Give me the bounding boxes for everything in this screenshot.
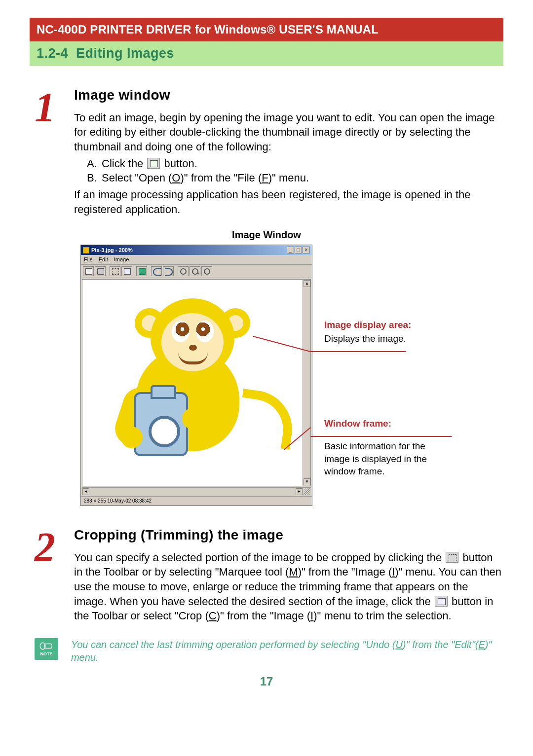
page-number: 17 <box>30 674 503 689</box>
toolbar-marquee-icon[interactable] <box>110 266 120 276</box>
option-b-marker: B. <box>87 171 102 185</box>
step2-title: Cropping (Trimming) the image <box>74 526 503 544</box>
size-grip-icon[interactable] <box>304 488 310 495</box>
note-block: NOTE You can cancel the last trimming op… <box>35 638 503 664</box>
step2-body: You can specify a selected portion of th… <box>74 550 503 623</box>
toolbar-open-icon[interactable] <box>83 266 94 276</box>
step-number-1: 1 <box>35 91 74 124</box>
scroll-down-icon[interactable]: ▼ <box>304 478 310 485</box>
vertical-scrollbar[interactable]: ▲ ▼ <box>303 280 310 486</box>
toolbar-zoom-out-icon[interactable] <box>201 266 212 276</box>
marquee-icon <box>446 552 458 563</box>
toolbar-save-icon[interactable] <box>136 266 147 276</box>
crop-icon <box>435 596 448 607</box>
toolbar-rotate-left-icon[interactable] <box>151 266 162 276</box>
callout-line-icon <box>310 436 452 437</box>
note-label: NOTE <box>40 651 52 657</box>
scroll-up-icon[interactable]: ▲ <box>304 280 310 287</box>
menu-file[interactable]: File <box>84 256 93 263</box>
window-title: Pix-3.jpg - 200% <box>91 247 287 254</box>
status-bar: 283 × 255 10-May-02 08:38:42 <box>81 496 312 505</box>
toolbar-print-icon[interactable] <box>95 266 106 276</box>
minimize-button[interactable]: _ <box>287 247 294 253</box>
callout-1-body: Displays the image. <box>324 332 411 345</box>
toolbar-zoom-icon[interactable] <box>178 266 189 276</box>
section-number: 1.2-4 <box>37 46 68 61</box>
step-2: 2 Cropping (Trimming) the image You can … <box>35 526 503 623</box>
image-display-area[interactable]: ▲ ▼ <box>82 279 311 486</box>
toolbar-zoom-in-icon[interactable] <box>190 266 200 276</box>
toolbar-crop-icon[interactable] <box>121 266 132 276</box>
app-icon <box>83 247 89 253</box>
section-title: Editing Images <box>76 46 174 61</box>
toolbar <box>81 265 312 278</box>
manual-header: NC-400D PRINTER DRIVER for Windows® USER… <box>30 18 503 41</box>
step-1: 1 Image window To edit an image, begin b… <box>35 86 503 217</box>
step1-title: Image window <box>74 86 503 105</box>
monkey-image <box>91 293 289 471</box>
scroll-right-icon[interactable]: ► <box>296 488 303 495</box>
image-window-figure: Image Window Pix-3.jpg - 200% _ □ × File… <box>30 228 503 505</box>
menu-image[interactable]: Image <box>114 256 129 263</box>
figure-caption: Image Window <box>30 228 503 242</box>
menu-bar: File Edit Image <box>81 255 312 265</box>
note-icon: NOTE <box>35 638 58 660</box>
app-window: Pix-3.jpg - 200% _ □ × File Edit Image <box>80 245 312 505</box>
section-heading: 1.2-4 Editing Images <box>30 41 503 66</box>
open-icon <box>147 158 160 169</box>
callout-line-icon <box>310 351 406 352</box>
option-a-text: Click the button. <box>102 156 197 171</box>
step1-intro: To edit an image, begin by opening the i… <box>74 110 503 154</box>
callout-2-body: Basic information for the image is displ… <box>324 440 453 478</box>
callout-1-title: Image display area: <box>324 319 411 331</box>
horizontal-scrollbar[interactable]: ◄ ► <box>82 487 311 495</box>
close-button[interactable]: × <box>303 247 310 253</box>
menu-edit[interactable]: Edit <box>99 256 108 263</box>
step1-after: If an image processing application has b… <box>74 187 503 216</box>
callout-2-title: Window frame: <box>324 417 453 430</box>
option-a-marker: A. <box>87 156 102 171</box>
figure-callouts: Image display area: Displays the image. … <box>324 245 453 505</box>
note-text: You can cancel the last trimming operati… <box>71 638 503 664</box>
option-b-text: Select "Open (O)" from the "File (F)" me… <box>102 171 309 185</box>
step-number-2: 2 <box>35 531 74 564</box>
toolbar-rotate-right-icon[interactable] <box>163 266 174 276</box>
scroll-left-icon[interactable]: ◄ <box>82 488 89 495</box>
maximize-button[interactable]: □ <box>295 247 302 253</box>
titlebar: Pix-3.jpg - 200% _ □ × <box>81 245 312 255</box>
